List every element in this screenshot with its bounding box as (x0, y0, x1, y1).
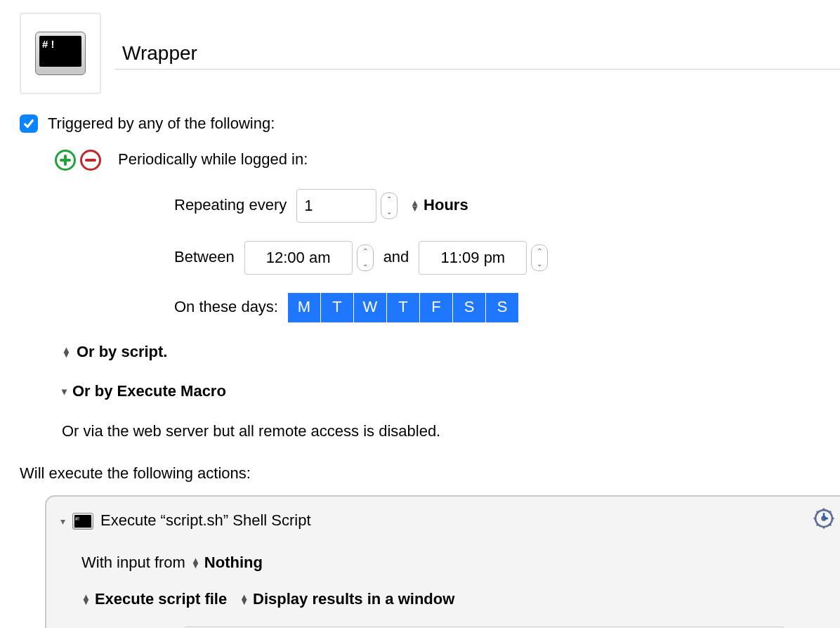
macro-title-input[interactable] (115, 38, 840, 70)
repeat-label: Repeating every (174, 195, 287, 216)
sort-icon[interactable]: ▲▼ (62, 347, 71, 357)
day-toggle[interactable]: T (321, 293, 353, 322)
day-toggle[interactable]: M (288, 293, 320, 322)
chevron-up-icon[interactable]: ⌃ (357, 245, 373, 258)
repeat-value-input[interactable] (296, 189, 376, 223)
day-toggle[interactable]: S (453, 293, 485, 322)
end-time-stepper[interactable]: ⌃ ⌄ (531, 244, 548, 271)
chevron-down-icon[interactable]: ⌄ (532, 258, 547, 270)
end-time-input[interactable] (419, 241, 527, 275)
start-time-input[interactable] (244, 241, 353, 275)
day-toggle[interactable]: F (420, 293, 452, 322)
days-label: On these days: (174, 297, 278, 318)
action-title: Execute “script.sh” Shell Script (100, 511, 311, 531)
chevron-down-icon[interactable]: ⌄ (357, 258, 373, 270)
will-execute-label: Will execute the following actions: (20, 464, 840, 484)
shell-icon: #! (72, 513, 93, 530)
or-script[interactable]: Or by script. (77, 342, 168, 362)
input-from-value[interactable]: Nothing (204, 553, 263, 573)
between-label: Between (174, 247, 235, 268)
sort-icon[interactable]: ▲▼ (239, 594, 249, 604)
remove-trigger-button[interactable] (80, 150, 101, 171)
or-macro[interactable]: Or by Execute Macro (72, 381, 226, 402)
trigger-type: Periodically while logged in: (118, 150, 308, 170)
or-web: Or via the web server but all remote acc… (62, 421, 840, 442)
start-time-stepper[interactable]: ⌃ ⌄ (357, 244, 374, 271)
action-card[interactable]: ▾ #! Execute “script.sh” Shell Script Wi… (45, 495, 840, 628)
chevron-down-icon[interactable]: ▾ (62, 385, 67, 398)
and-label: and (383, 247, 409, 268)
sort-icon[interactable]: ▲▼ (191, 558, 200, 568)
chevron-up-icon[interactable]: ⌃ (381, 193, 397, 206)
repeat-unit[interactable]: Hours (424, 195, 468, 216)
execute-mode[interactable]: Execute script file (95, 589, 227, 610)
day-toggle[interactable]: T (387, 293, 419, 322)
chevron-up-icon[interactable]: ⌃ (532, 245, 547, 258)
sort-icon[interactable]: ▲▼ (81, 594, 91, 604)
unit-sort-icon[interactable]: ▲▼ (410, 200, 419, 210)
trigger-checkbox[interactable] (20, 115, 38, 133)
display-mode[interactable]: Display results in a window (253, 589, 454, 610)
input-from-label: With input from (81, 553, 185, 573)
macro-icon[interactable]: # ! (20, 13, 101, 94)
action-settings-gear-icon[interactable] (812, 506, 836, 536)
add-trigger-button[interactable] (55, 150, 76, 171)
terminal-icon: # ! (39, 36, 81, 67)
day-toggle[interactable]: S (486, 293, 518, 322)
repeat-stepper[interactable]: ⌃ ⌄ (381, 192, 398, 219)
disclosure-chevron-icon[interactable]: ▾ (60, 515, 65, 528)
day-toggle[interactable]: W (354, 293, 386, 322)
trigger-label: Triggered by any of the following: (48, 114, 275, 134)
chevron-down-icon[interactable]: ⌄ (381, 206, 397, 218)
